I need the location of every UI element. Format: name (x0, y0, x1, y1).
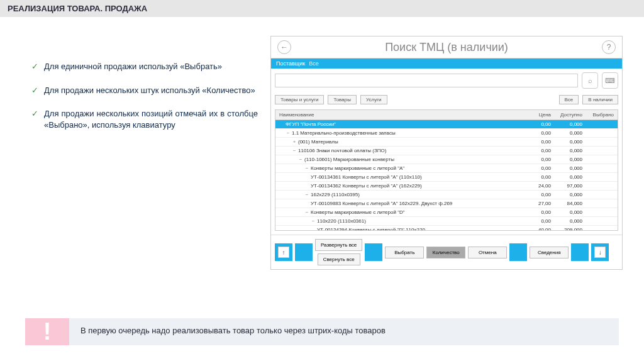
col-price: Цена (523, 110, 555, 119)
bullet-item: Для продажи нескольких штук используй «К… (31, 85, 258, 96)
supplier-value: Все (309, 60, 319, 67)
toolbar-spacer (509, 243, 527, 261)
alert-icon: ! (25, 318, 69, 345)
content: Для единичной продажи используй «Выбрать… (0, 17, 644, 270)
app-title: Поиск ТМЦ (в наличии) (385, 41, 508, 54)
filter-all[interactable]: Все (559, 95, 579, 104)
collapse-all-button[interactable]: Свернуть все (318, 253, 360, 265)
table-row[interactable]: УТ-00134361 Конверты с литерой "А" (110x… (275, 173, 618, 182)
bottom-toolbar: ↑ Развернуть все Свернуть все Выбрать Ко… (271, 235, 622, 269)
filter-goods[interactable]: Товары (328, 95, 357, 104)
bullet-item: Для единичной продажи используй «Выбрать… (31, 61, 258, 72)
filter-goods-services[interactable]: Товары и услуги (275, 95, 324, 104)
filter-instock[interactable]: В наличии (582, 95, 618, 104)
table-body[interactable]: −ФГУП "Почта России"0,000,000−1.1 Матери… (275, 120, 618, 230)
scroll-up-far[interactable]: ↑ (275, 243, 292, 261)
table-row[interactable]: УТ-00134362 Конверты с литерой "А" (162x… (275, 182, 618, 191)
info-button[interactable]: Сведения (530, 247, 569, 258)
instruction-panel: Для единичной продажи используй «Выбрать… (0, 36, 258, 270)
expand-all-button[interactable]: Развернуть все (315, 239, 362, 251)
toolbar-spacer (365, 243, 382, 261)
select-button[interactable]: Выбрать (385, 247, 424, 258)
supplier-label: Поставщик (276, 60, 305, 67)
table-header: Наименование Цена Доступно Выбрано (275, 110, 618, 120)
col-selected: Выбрано (586, 110, 618, 119)
table-row[interactable]: −Конверты маркированные с литерой "А"0,0… (275, 164, 618, 173)
search-bar: ⌕ ⌨ (271, 69, 622, 92)
col-name: Наименование (275, 110, 523, 119)
table-row[interactable]: УТ-00134394 Конверты с литерой "D" 110x2… (275, 226, 618, 230)
page-title: РЕАЛИЗАЦИЯ ТОВАРА. ПРОДАЖА (0, 0, 644, 17)
table-row[interactable]: −110106 Знаки почтовой оплаты (ЗПО)0,000… (275, 147, 618, 155)
table-row[interactable]: +(001) Материалы0,000,000 (275, 138, 618, 147)
back-button[interactable]: ← (277, 40, 291, 54)
table-row[interactable]: УТ-00109883 Конверты с литерой "А" 162x2… (275, 199, 618, 208)
table-row[interactable]: −(110-10601) Маркированные конверты0,000… (275, 155, 618, 164)
table-row[interactable]: −1.1 Материально-производственные запасы… (275, 129, 618, 138)
table: Наименование Цена Доступно Выбрано −ФГУП… (275, 109, 618, 231)
app-screenshot: ← Поиск ТМЦ (в наличии) ? Поставщик Все … (270, 36, 623, 270)
alert: ! В первую очередь надо реализовывать то… (25, 318, 619, 345)
scroll-down-far[interactable]: ↓ (591, 243, 609, 261)
filter-services[interactable]: Услуги (360, 95, 387, 104)
table-row[interactable]: −Конверты маркированные с литерой "D"0,0… (275, 208, 618, 217)
app-title-bar: ← Поиск ТМЦ (в наличии) ? (271, 36, 622, 58)
quantity-button[interactable]: Количество (426, 247, 465, 258)
table-row[interactable]: −110x220 (1110x0361)0,000,000 (275, 217, 618, 226)
toolbar-spacer (571, 243, 589, 261)
col-stock: Доступно (555, 110, 586, 119)
table-row[interactable]: −162x229 (1110x0395)0,000,000 (275, 191, 618, 199)
table-row[interactable]: −ФГУП "Почта России"0,000,000 (275, 120, 618, 129)
alert-text: В первую очередь надо реализовывать това… (69, 318, 619, 345)
search-icon[interactable]: ⌕ (582, 72, 598, 89)
search-input[interactable] (275, 74, 578, 87)
help-button[interactable]: ? (602, 40, 616, 54)
toolbar-spacer (295, 243, 313, 261)
supplier-bar: Поставщик Все (271, 58, 622, 69)
keyboard-icon[interactable]: ⌨ (602, 72, 618, 89)
bullet-item: Для продажи нескольких позиций отмечай и… (31, 108, 258, 130)
filter-row: Товары и услуги Товары Услуги Все В нали… (271, 92, 622, 109)
cancel-button[interactable]: Отмена (468, 247, 507, 258)
